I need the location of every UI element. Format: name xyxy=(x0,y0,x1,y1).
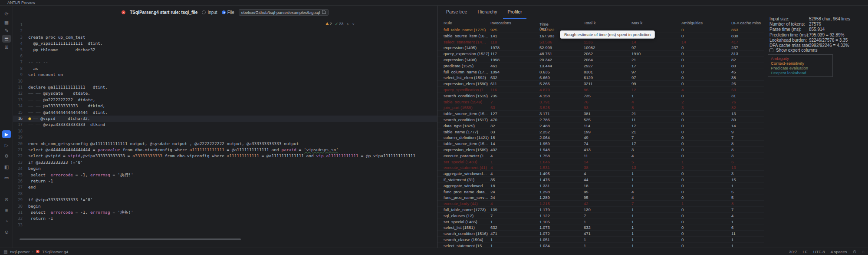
run-icon[interactable]: ▷ xyxy=(2,141,11,149)
cell-rule: execute_body (44) xyxy=(444,201,478,206)
code-text: ―― ―― @vipa333333333333 dtkind xyxy=(28,122,105,128)
prev-issue-chevron-icon[interactable]: ∧ xyxy=(346,22,349,26)
tab-parse-tree[interactable]: Parse tree xyxy=(442,7,471,19)
stat-label: Number of tokens: xyxy=(769,22,805,26)
preview-toolbar: A TSqlParser.g4 start rule: tsql_file In… xyxy=(13,6,437,19)
table-row[interactable]: table_sources (1549)73.791764276 xyxy=(437,99,764,105)
table-row[interactable]: query_expression (1527)11748.76120621910… xyxy=(437,51,764,57)
table-row[interactable]: execute_parameter (1…41.75811403 xyxy=(437,153,764,159)
table-row[interactable]: data_type (1829)322.48811417014 xyxy=(437,123,764,129)
show-expert-columns[interactable]: Show expert columns xyxy=(769,48,818,53)
table-row[interactable]: func_proc_name_serv…241.28995405 xyxy=(437,195,764,201)
split-icon[interactable]: ⊞ xyxy=(2,43,11,51)
stop-icon[interactable]: ▦ xyxy=(2,18,11,26)
intention-bulb-icon[interactable] xyxy=(28,117,31,120)
antlr-preview-icon[interactable]: ▶ xyxy=(2,130,11,138)
cell-max: 99 xyxy=(631,81,636,86)
file-radio[interactable]: File xyxy=(222,10,234,15)
table-row[interactable]: table_name (1777)332.2521992109 xyxy=(437,129,764,135)
table-row[interactable]: predicate (1525)46113.444292717080 xyxy=(437,63,764,69)
cell-time: 3.171 xyxy=(539,111,550,116)
cell-max: 17 xyxy=(631,123,636,128)
cell-total: 93 xyxy=(584,105,589,110)
table-row[interactable]: table_source_item (15…141.959741708 xyxy=(437,141,764,147)
table-row[interactable]: select_list (1581)6321.073632106 xyxy=(437,225,764,231)
cell-rule: table_source_item (15… xyxy=(444,141,489,146)
horizontal-scrollbar[interactable] xyxy=(20,238,241,240)
table-row[interactable]: search_condition (1516)4711.0724711011 xyxy=(437,231,764,237)
table-row[interactable]: expression (1498)199820.342206421082 xyxy=(437,57,764,63)
settings-icon[interactable]: ⚙ xyxy=(2,152,11,160)
profiler-legend: AmbiguityContext-sensitivityPredicate ev… xyxy=(768,54,833,77)
folder-icon[interactable] xyxy=(322,11,326,14)
history-icon[interactable]: ◔ xyxy=(2,217,11,225)
table-row[interactable]: execute_body (44)41.21542718 xyxy=(437,201,764,207)
table-row[interactable]: select_statement (14…11853.5861136141441… xyxy=(437,39,764,45)
cell-time: 1.646 xyxy=(539,159,550,164)
cell-dfa: 4 xyxy=(731,213,733,218)
caret-position[interactable]: 30:7 xyxy=(789,249,797,254)
code-editor[interactable]: 123create proc up_com_test4 @p_vipa11111… xyxy=(13,19,437,248)
col-rule[interactable]: Rule xyxy=(444,20,452,25)
file-path-input[interactable]: ebelice/Github/tsql-parser/examples/big.… xyxy=(239,9,329,16)
cell-total: 8301 xyxy=(584,70,593,74)
table-row[interactable]: select_statement (15…11.0341101 xyxy=(437,243,764,248)
checkbox-icon[interactable] xyxy=(769,48,773,52)
table-row[interactable]: set_special (1485)11.1051101 xyxy=(437,219,764,225)
line-number: 4 xyxy=(13,40,23,47)
cell-amb: 1 xyxy=(681,159,684,164)
table-row[interactable]: table_source_item (15…1273.17138121013 xyxy=(437,111,764,117)
table-row[interactable]: aggregate_windowed…181.33118101 xyxy=(437,183,764,189)
table-row[interactable]: column_definition (1421)182.06449707 xyxy=(437,135,764,141)
table-row[interactable]: execute_statement (41)41.5313813213 xyxy=(437,165,764,171)
table-row[interactable]: search_clause (1594)11.0511101 xyxy=(437,237,764,243)
table-row[interactable]: expression_elem (1589)4021.948413308 xyxy=(437,147,764,153)
table-row[interactable]: search_condition (1517)4702.78652511030 xyxy=(437,117,764,123)
input-radio[interactable]: Input xyxy=(202,10,217,15)
breadcrumb-file[interactable]: TSqlParser.g4 xyxy=(42,249,68,254)
table-row[interactable]: if_statement (31)351.476441015 xyxy=(437,177,764,183)
legend-item: Predicate evaluation xyxy=(771,66,830,70)
table-row[interactable]: select_list_elem (1592)6326.669612997038 xyxy=(437,75,764,81)
notifications-icon[interactable]: ◌ xyxy=(862,249,865,254)
next-issue-chevron-icon[interactable]: ∨ xyxy=(352,22,355,26)
line-ending[interactable]: LF xyxy=(803,249,808,254)
col-max-k[interactable]: Max k xyxy=(631,20,642,25)
lock-icon[interactable]: ⊙ xyxy=(853,249,856,254)
layers-icon[interactable]: ◧ xyxy=(2,163,11,171)
table-row[interactable]: query_specification (1…1164.8799612463 xyxy=(437,87,764,93)
structure-icon[interactable]: ☰ xyxy=(2,35,11,43)
services-icon[interactable]: ⊙ xyxy=(2,228,11,236)
table-row[interactable]: search_condition (1519)7354.1587351031 xyxy=(437,93,764,99)
status-bar: ▤ tsql-parser › A TSqlParser.g4 30:7 LF … xyxy=(0,248,868,255)
problems-icon[interactable]: ⊘ xyxy=(2,195,11,203)
tab-hierarchy[interactable]: Hierarchy xyxy=(473,7,501,19)
table-row[interactable]: aggregate_windowed…41.4954103 xyxy=(437,171,764,177)
table-row[interactable]: expression (1495)197852.99910982970237 xyxy=(437,45,764,51)
refresh-icon[interactable]: ⟳ xyxy=(2,10,11,18)
edit-icon[interactable]: ✎ xyxy=(2,26,11,34)
tab-profiler[interactable]: Profiler xyxy=(503,7,526,19)
col-dfa-cache-miss[interactable]: DFA cache miss xyxy=(731,20,761,25)
inspections-widget[interactable]: 2 ✓23 ∧ ∨ xyxy=(326,22,355,26)
table-row[interactable]: full_column_name (17…10948.635830197045 xyxy=(437,69,764,75)
cell-total: 471 xyxy=(584,231,591,236)
table-row[interactable]: set_special (1483)11.64614516 xyxy=(437,159,764,165)
indent-size[interactable]: 4 spaces xyxy=(831,249,847,254)
cell-rule: select_statement (15… xyxy=(444,243,486,248)
col-invocations[interactable]: Invocations xyxy=(490,20,511,25)
card-icon[interactable]: ▭ xyxy=(2,174,11,182)
profiler-table-header: Rule Invocations Time (ms) ⌄ Total k Max… xyxy=(437,19,764,27)
table-row[interactable]: full_table_name (1773)1391.179139107 xyxy=(437,207,764,213)
col-total-k[interactable]: Total k xyxy=(584,20,595,25)
stat-value: 52958 char, 964 lines xyxy=(809,17,850,21)
terminal-icon[interactable]: ≡ xyxy=(2,206,11,214)
col-ambiguities[interactable]: Ambiguities xyxy=(681,20,703,25)
table-row[interactable]: expression_elem (1590)6115.266321199026 xyxy=(437,81,764,87)
breadcrumb-project[interactable]: tsql-parser xyxy=(10,249,30,254)
cell-inv: 14 xyxy=(490,141,495,146)
table-row[interactable]: join_part (1559)633.525938382 xyxy=(437,105,764,111)
table-row[interactable]: sql_clauses (12)71.1227104 xyxy=(437,213,764,219)
table-row[interactable]: func_proc_name_data…241.29895405 xyxy=(437,189,764,195)
encoding[interactable]: UTF-8 xyxy=(813,249,825,254)
